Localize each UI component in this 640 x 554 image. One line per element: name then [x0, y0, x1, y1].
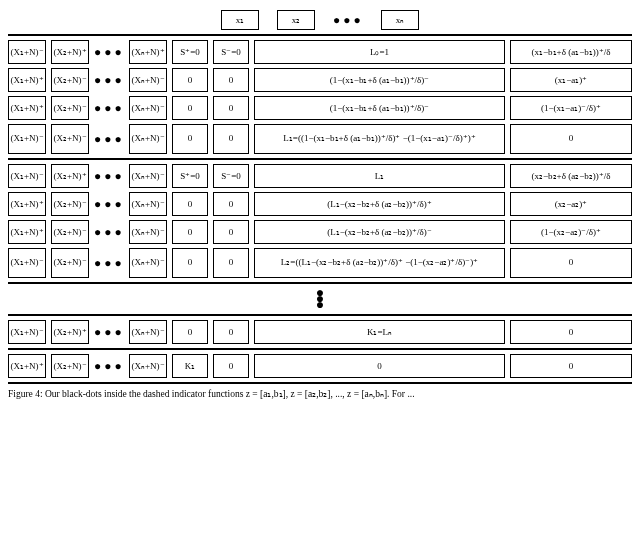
l-cell: (L₁−(x₂−b₂+δ (a₂−b₂))⁺/δ)⁺	[254, 192, 505, 216]
l-cell: L₂=((L₁−(x₂−b₂+δ (a₂−b₂))⁺/δ)⁺ −(1−(x₂−a…	[254, 248, 505, 278]
s-cell: 0	[172, 220, 208, 244]
xn-cell: (Xₙ+N)⁻	[129, 220, 167, 244]
s-cell: 0	[213, 192, 249, 216]
s-cell: S⁺=0	[172, 164, 208, 188]
xn-cell: (Xₙ+N)⁻	[129, 354, 167, 378]
header-x1: x₁	[221, 10, 259, 30]
ellipsis-icon: ● ● ●	[94, 225, 124, 240]
s-cell: 0	[213, 68, 249, 92]
divider	[8, 348, 632, 350]
xn-cell: (X₁+N)⁺	[8, 96, 46, 120]
figure-caption: Figure 4: Our black-dots inside the dash…	[8, 388, 632, 399]
block1-row2: (X₁+N)⁺ (X₂+N)⁻ ● ● ● (Xₙ+N)⁻ 0 0 (1−(x₁…	[8, 96, 632, 120]
xn-cell: (Xₙ+N)⁺	[129, 40, 167, 64]
ellipsis-icon: ● ● ●	[333, 13, 363, 28]
block2-row3: (X₁+N)⁻ (X₂+N)⁻ ● ● ● (Xₙ+N)⁻ 0 0 L₂=((L…	[8, 248, 632, 278]
s-cell: 0	[172, 320, 208, 344]
l-cell: (L₁−(x₂−b₂+δ (a₂−b₂))⁺/δ)⁻	[254, 220, 505, 244]
xn-cell: (Xₙ+N)⁻	[129, 192, 167, 216]
s-cell: 0	[172, 248, 208, 278]
ellipsis-icon: ● ● ●	[94, 101, 124, 116]
ellipsis-icon: ● ● ●	[94, 325, 124, 340]
xn-cell: (X₂+N)⁺	[51, 164, 89, 188]
xn-cell: (X₂+N)⁻	[51, 248, 89, 278]
xn-cell: (X₁+N)⁻	[8, 164, 46, 188]
r-cell: 0	[510, 354, 632, 378]
r-cell: (x₁−b₁+δ (a₁−b₁))⁺/δ	[510, 40, 632, 64]
r-cell: (x₂−a₂)⁺	[510, 192, 632, 216]
xn-cell: (X₂+N)⁺	[51, 320, 89, 344]
l-cell: L₁	[254, 164, 505, 188]
s-cell: 0	[172, 68, 208, 92]
ellipsis-icon: ● ● ●	[94, 45, 124, 60]
r-cell: (x₂−b₂+δ (a₂−b₂))⁺/δ	[510, 164, 632, 188]
header-xn: xₙ	[381, 10, 419, 30]
divider	[8, 34, 632, 36]
l-cell: (1−(x₁−b₁+δ (a₁−b₁))⁺/δ)⁻	[254, 96, 505, 120]
s-cell: 0	[213, 248, 249, 278]
xn-cell: (Xₙ+N)⁻	[129, 164, 167, 188]
s-cell: S⁻=0	[213, 164, 249, 188]
block2-row2: (X₁+N)⁺ (X₂+N)⁻ ● ● ● (Xₙ+N)⁻ 0 0 (L₁−(x…	[8, 220, 632, 244]
header-x2: x₂	[277, 10, 315, 30]
xn-cell: (X₁+N)⁻	[8, 248, 46, 278]
block1-row3: (X₁+N)⁻ (X₂+N)⁻ ● ● ● (Xₙ+N)⁻ 0 0 L₁=((1…	[8, 124, 632, 154]
l-cell: (1−(x₁−b₁+δ (a₁−b₁))⁺/δ)⁻	[254, 68, 505, 92]
s-cell: 0	[213, 96, 249, 120]
ellipsis-icon: ● ● ●	[94, 197, 124, 212]
divider	[8, 158, 632, 160]
divider	[8, 282, 632, 284]
xn-cell: (X₂+N)⁺	[51, 40, 89, 64]
block1-row0: (X₁+N)⁻ (X₂+N)⁺ ● ● ● (Xₙ+N)⁺ S⁺=0 S⁻=0 …	[8, 40, 632, 64]
header-row: x₁ x₂ ● ● ● xₙ	[8, 10, 632, 30]
r-cell: 0	[510, 320, 632, 344]
l-cell: L₀=1	[254, 40, 505, 64]
ellipsis-icon: ● ● ●	[94, 359, 124, 374]
s-cell: 0	[213, 354, 249, 378]
xn-cell: (X₁+N)⁻	[8, 124, 46, 154]
s-cell: 0	[172, 192, 208, 216]
ellipsis-icon: ● ● ●	[94, 169, 124, 184]
xn-cell: (X₁+N)⁻	[8, 320, 46, 344]
xn-cell: (Xₙ+N)⁻	[129, 96, 167, 120]
block3-row0: (X₁+N)⁻ (X₂+N)⁺ ● ● ● (Xₙ+N)⁻ 0 0 K₁=Lₙ …	[8, 320, 632, 344]
xn-cell: (Xₙ+N)⁻	[129, 320, 167, 344]
xn-cell: (X₂+N)⁻	[51, 96, 89, 120]
s-cell: 0	[213, 124, 249, 154]
xn-cell: (X₁+N)⁺	[8, 220, 46, 244]
xn-cell: (X₂+N)⁻	[51, 192, 89, 216]
ellipsis-icon: ● ● ●	[94, 256, 124, 271]
vertical-ellipsis-icon: ●●●	[8, 290, 632, 308]
r-cell: (1−(x₁−a₁)⁻/δ)⁺	[510, 96, 632, 120]
s-cell: 0	[172, 96, 208, 120]
xn-cell: (X₁+N)⁺	[8, 68, 46, 92]
xn-cell: (X₁+N)⁺	[8, 192, 46, 216]
ellipsis-icon: ● ● ●	[94, 132, 124, 147]
block1-row1: (X₁+N)⁺ (X₂+N)⁻ ● ● ● (Xₙ+N)⁻ 0 0 (1−(x₁…	[8, 68, 632, 92]
s-cell: 0	[172, 124, 208, 154]
xn-cell: (X₁+N)⁻	[8, 40, 46, 64]
xn-cell: (Xₙ+N)⁻	[129, 68, 167, 92]
xn-cell: (X₁+N)⁺	[8, 354, 46, 378]
l-cell: L₁=((1−(x₁−b₁+δ (a₁−b₁))⁺/δ)⁺ −(1−(x₁−a₁…	[254, 124, 505, 154]
block2-row0: (X₁+N)⁻ (X₂+N)⁺ ● ● ● (Xₙ+N)⁻ S⁺=0 S⁻=0 …	[8, 164, 632, 188]
xn-cell: (X₂+N)⁻	[51, 354, 89, 378]
r-cell: (1−(x₂−a₂)⁻/δ)⁺	[510, 220, 632, 244]
block2-row1: (X₁+N)⁺ (X₂+N)⁻ ● ● ● (Xₙ+N)⁻ 0 0 (L₁−(x…	[8, 192, 632, 216]
s-cell: S⁻=0	[213, 40, 249, 64]
r-cell: 0	[510, 248, 632, 278]
divider	[8, 382, 632, 384]
block4-row0: (X₁+N)⁺ (X₂+N)⁻ ● ● ● (Xₙ+N)⁻ K₁ 0 0 0	[8, 354, 632, 378]
s-cell: 0	[213, 220, 249, 244]
xn-cell: (X₂+N)⁻	[51, 124, 89, 154]
xn-cell: (X₂+N)⁻	[51, 220, 89, 244]
divider	[8, 314, 632, 316]
s-cell: 0	[213, 320, 249, 344]
xn-cell: (Xₙ+N)⁻	[129, 124, 167, 154]
s-cell: K₁	[172, 354, 208, 378]
xn-cell: (Xₙ+N)⁻	[129, 248, 167, 278]
r-cell: (x₁−a₁)⁺	[510, 68, 632, 92]
l-cell: 0	[254, 354, 505, 378]
r-cell: 0	[510, 124, 632, 154]
s-cell: S⁺=0	[172, 40, 208, 64]
